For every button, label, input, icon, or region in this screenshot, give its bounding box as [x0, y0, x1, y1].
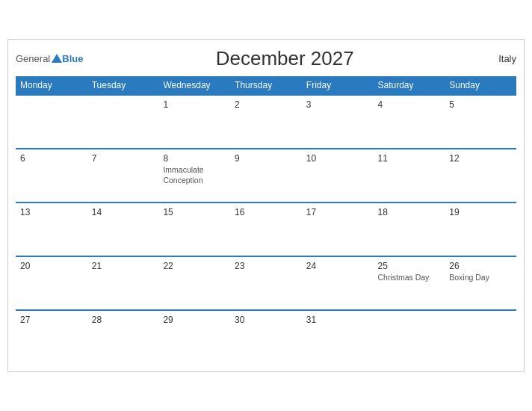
- day-number: 7: [92, 153, 155, 164]
- weekday-header-tuesday: Tuesday: [87, 76, 159, 95]
- calendar-cell: 12: [445, 149, 516, 203]
- weekday-header-wednesday: Wednesday: [158, 76, 230, 95]
- day-number: 18: [378, 207, 441, 217]
- country-label: Italy: [486, 53, 516, 64]
- calendar-cell: 5: [445, 95, 516, 149]
- day-number: 11: [378, 153, 441, 164]
- week-row-4: 2728293031: [16, 310, 516, 364]
- calendar-cell: [374, 310, 445, 364]
- calendar-cell: 7: [87, 149, 159, 203]
- day-number: 31: [306, 315, 369, 325]
- calendar-cell: 1: [158, 95, 230, 149]
- day-number: 23: [235, 261, 297, 271]
- calendar-title: December 2027: [83, 47, 486, 70]
- logo-blue-text: Blue: [62, 53, 83, 64]
- calendar-header: General Blue December 2027 Italy: [16, 47, 516, 70]
- week-row-3: 202122232425Christmas Day26Boxing Day: [16, 256, 516, 310]
- calendar-cell: 19: [445, 203, 516, 256]
- day-number: 9: [235, 153, 297, 164]
- calendar-cell: 17: [302, 203, 374, 256]
- calendar-cell: [16, 95, 87, 149]
- logo-triangle-icon: [52, 54, 62, 63]
- day-number: 24: [306, 261, 369, 271]
- calendar-cell: 3: [302, 95, 374, 149]
- calendar-cell: 11: [374, 149, 445, 203]
- day-number: 13: [20, 207, 83, 217]
- day-number: 6: [20, 153, 83, 164]
- event-label: Immaculate Conception: [163, 165, 226, 185]
- day-number: 20: [20, 261, 83, 271]
- calendar-cell: 25Christmas Day: [374, 256, 445, 310]
- event-label: Christmas Day: [378, 273, 441, 283]
- day-number: 4: [378, 99, 441, 110]
- calendar-cell: 14: [87, 203, 159, 256]
- calendar-grid: MondayTuesdayWednesdayThursdayFridaySatu…: [16, 76, 516, 364]
- weekday-header-thursday: Thursday: [230, 76, 302, 95]
- calendar-cell: 23: [230, 256, 302, 310]
- calendar-cell: [445, 310, 516, 364]
- calendar-cell: [87, 95, 159, 149]
- day-number: 26: [449, 261, 512, 271]
- logo: General Blue: [16, 53, 83, 64]
- week-row-2: 13141516171819: [16, 203, 516, 256]
- weekday-header-sunday: Sunday: [445, 76, 516, 95]
- weekday-header-monday: Monday: [16, 76, 87, 95]
- calendar-container: General Blue December 2027 Italy MondayT…: [7, 39, 525, 372]
- calendar-cell: 30: [230, 310, 302, 364]
- day-number: 22: [163, 261, 226, 271]
- day-number: 29: [163, 315, 226, 325]
- day-number: 1: [163, 99, 226, 110]
- day-number: 25: [378, 261, 441, 271]
- calendar-cell: 4: [374, 95, 445, 149]
- day-number: 8: [163, 153, 226, 164]
- day-number: 30: [235, 315, 297, 325]
- week-row-1: 678Immaculate Conception9101112: [16, 149, 516, 203]
- weekday-header-row: MondayTuesdayWednesdayThursdayFridaySatu…: [16, 76, 516, 95]
- day-number: 27: [20, 315, 83, 325]
- calendar-cell: 29: [158, 310, 230, 364]
- calendar-cell: 8Immaculate Conception: [158, 149, 230, 203]
- day-number: 21: [92, 261, 155, 271]
- calendar-cell: 16: [230, 203, 302, 256]
- day-number: 12: [449, 153, 512, 164]
- weekday-header-saturday: Saturday: [374, 76, 445, 95]
- day-number: 28: [92, 315, 155, 325]
- calendar-cell: 10: [302, 149, 374, 203]
- day-number: 16: [235, 207, 297, 217]
- calendar-cell: 26Boxing Day: [445, 256, 516, 310]
- day-number: 15: [163, 207, 226, 217]
- weekday-header-friday: Friday: [302, 76, 374, 95]
- calendar-cell: 31: [302, 310, 374, 364]
- calendar-cell: 18: [374, 203, 445, 256]
- calendar-cell: 13: [16, 203, 87, 256]
- calendar-cell: 6: [16, 149, 87, 203]
- calendar-cell: 21: [87, 256, 159, 310]
- calendar-cell: 27: [16, 310, 87, 364]
- logo-general-text: General: [16, 53, 50, 64]
- day-number: 3: [306, 99, 369, 110]
- calendar-cell: 20: [16, 256, 87, 310]
- calendar-cell: 15: [158, 203, 230, 256]
- event-label: Boxing Day: [449, 273, 512, 283]
- calendar-cell: 24: [302, 256, 374, 310]
- week-row-0: 12345: [16, 95, 516, 149]
- calendar-cell: 9: [230, 149, 302, 203]
- calendar-cell: 2: [230, 95, 302, 149]
- day-number: 2: [235, 99, 297, 110]
- day-number: 10: [306, 153, 369, 164]
- calendar-cell: 22: [158, 256, 230, 310]
- day-number: 14: [92, 207, 155, 217]
- day-number: 5: [449, 99, 512, 110]
- day-number: 17: [306, 207, 369, 217]
- day-number: 19: [449, 207, 512, 217]
- calendar-cell: 28: [87, 310, 159, 364]
